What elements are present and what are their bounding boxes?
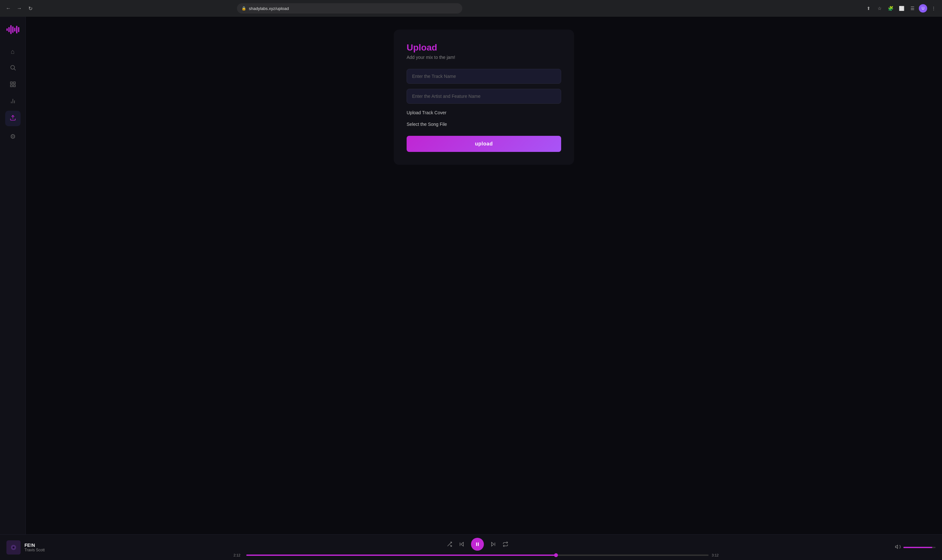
player-track-name: FE!N <box>25 543 45 548</box>
player-controls: 2:12 3:12 <box>71 538 884 557</box>
repeat-button[interactable] <box>503 542 508 547</box>
player-volume <box>884 544 936 551</box>
profile-avatar[interactable]: U <box>919 4 927 12</box>
waveform-bar-7 <box>18 27 19 32</box>
track-name-field-group <box>406 69 561 84</box>
app-container: ⌂ <box>0 17 942 534</box>
progress-thumb <box>554 553 558 557</box>
sidebar-item-charts[interactable] <box>5 94 21 109</box>
charts-icon <box>10 98 16 106</box>
waveform-bar-3 <box>10 25 12 34</box>
waveform-logo <box>6 25 19 34</box>
browser-nav-buttons: ← → ↻ <box>4 4 35 13</box>
extension-button[interactable]: 🧩 <box>886 4 895 13</box>
grid-icon <box>10 81 16 89</box>
sidebar: ⌂ <box>0 17 26 534</box>
waveform-bar-5 <box>14 28 15 32</box>
upload-title: Upload <box>406 43 561 53</box>
bookmark-button[interactable]: ☆ <box>875 4 884 13</box>
sidebar-nav: ⌂ <box>0 44 25 144</box>
lock-icon: 🔒 <box>242 6 246 11</box>
volume-track[interactable] <box>904 547 936 548</box>
sidebar-toggle-button[interactable]: ⬜ <box>897 4 906 13</box>
waveform-bar-6 <box>16 26 17 34</box>
svg-rect-4 <box>10 85 12 86</box>
album-art-image <box>9 543 18 552</box>
waveform-bar-1 <box>6 28 8 31</box>
player-album-art <box>6 540 21 555</box>
svg-marker-21 <box>896 545 898 548</box>
menu-button[interactable]: ⋮ <box>929 4 938 13</box>
sidebar-item-library[interactable] <box>5 77 21 93</box>
player-buttons <box>446 538 508 551</box>
shuffle-button[interactable] <box>446 542 453 547</box>
share-button[interactable]: ⬆ <box>864 4 873 13</box>
bottom-player: FE!N Travis Scott <box>0 534 942 560</box>
song-file-section: Select the Song File <box>406 120 561 128</box>
svg-point-0 <box>11 65 14 69</box>
artist-name-input[interactable] <box>406 89 561 104</box>
upload-button[interactable]: upload <box>406 136 561 152</box>
waveform-bar-2 <box>8 27 10 32</box>
upload-icon <box>10 115 16 123</box>
volume-fill <box>904 547 932 548</box>
upload-card: Upload Add your mix to the jam! Upload T… <box>394 29 574 165</box>
layout-button[interactable]: ☰ <box>908 4 917 13</box>
play-pause-button[interactable] <box>471 538 484 551</box>
svg-rect-17 <box>476 542 477 546</box>
track-name-input[interactable] <box>406 69 561 84</box>
forward-button[interactable]: → <box>15 4 24 13</box>
player-artist-name: Travis Scott <box>25 548 45 552</box>
svg-marker-19 <box>492 542 494 546</box>
pause-icon <box>475 542 480 547</box>
player-progress: 2:12 3:12 <box>233 553 722 557</box>
volume-icon <box>895 544 901 551</box>
svg-line-1 <box>14 69 15 70</box>
svg-marker-15 <box>461 542 463 546</box>
sidebar-logo <box>5 22 21 37</box>
settings-icon: ⚙ <box>10 132 16 140</box>
refresh-button[interactable]: ↻ <box>26 4 35 13</box>
player-track-details: FE!N Travis Scott <box>25 543 45 552</box>
previous-button[interactable] <box>459 542 465 547</box>
sidebar-item-search[interactable] <box>5 60 21 76</box>
svg-point-12 <box>12 546 14 548</box>
cover-upload-label[interactable]: Upload Track Cover <box>406 109 561 117</box>
sidebar-item-home[interactable]: ⌂ <box>5 44 21 59</box>
browser-actions: ⬆ ☆ 🧩 ⬜ ☰ U ⋮ <box>864 4 938 13</box>
svg-rect-18 <box>478 542 479 546</box>
cover-upload-section: Upload Track Cover <box>406 109 561 117</box>
home-icon: ⌂ <box>11 48 14 55</box>
current-time: 2:12 <box>233 553 243 557</box>
svg-rect-5 <box>13 85 15 86</box>
main-content: Upload Add your mix to the jam! Upload T… <box>26 17 942 534</box>
upload-subtitle: Add your mix to the jam! <box>406 55 561 60</box>
search-icon <box>10 65 16 72</box>
progress-fill <box>246 555 556 556</box>
next-button[interactable] <box>490 542 496 547</box>
browser-chrome: ← → ↻ 🔒 shadylabs.xyz/upload ⬆ ☆ 🧩 ⬜ ☰ U… <box>0 0 942 17</box>
address-bar[interactable]: 🔒 shadylabs.xyz/upload <box>237 3 462 14</box>
waveform-bar-4 <box>12 26 14 33</box>
progress-track[interactable] <box>246 555 709 556</box>
url-text: shadylabs.xyz/upload <box>249 6 289 11</box>
player-track-info: FE!N Travis Scott <box>6 540 71 555</box>
svg-rect-3 <box>13 82 15 84</box>
back-button[interactable]: ← <box>4 4 13 13</box>
song-file-label[interactable]: Select the Song File <box>406 120 561 128</box>
total-time: 3:12 <box>712 553 722 557</box>
sidebar-item-settings[interactable]: ⚙ <box>5 129 21 144</box>
sidebar-item-upload[interactable] <box>5 111 21 126</box>
svg-rect-2 <box>10 82 12 84</box>
artist-name-field-group <box>406 89 561 104</box>
